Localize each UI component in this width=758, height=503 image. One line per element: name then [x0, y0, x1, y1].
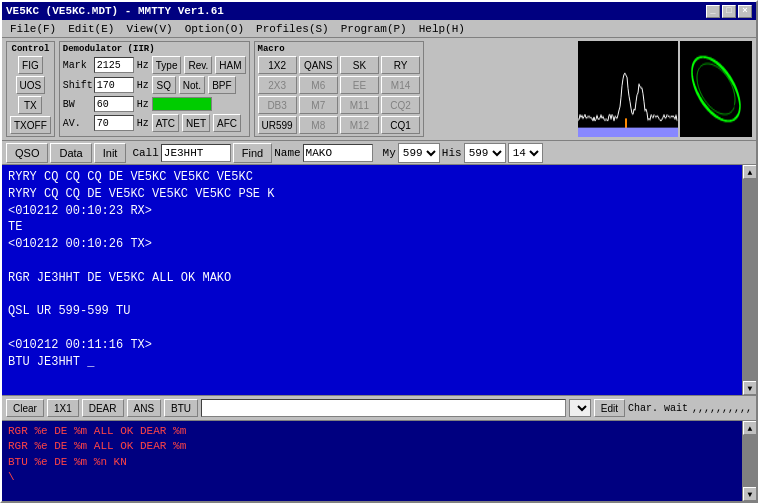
menu-help[interactable]: Help(H) — [413, 22, 471, 36]
scroll-down-button[interactable]: ▼ — [743, 381, 756, 395]
shift-unit: Hz — [137, 80, 149, 91]
maximize-button[interactable]: □ — [722, 5, 736, 18]
scroll-up-button[interactable]: ▲ — [743, 165, 756, 179]
menu-program[interactable]: Program(P) — [335, 22, 413, 36]
input-terminal-container: RGR %e DE %m ALL OK DEAR %m RGR %e DE %m… — [2, 421, 756, 501]
uos-button[interactable]: UOS — [16, 76, 46, 94]
edit-button[interactable]: Edit — [594, 399, 625, 417]
macro-section: Macro 1X2 QANS SK RY 2X3 M6 EE M14 DB3 M… — [254, 41, 425, 137]
terminal-line-4: <010212 00:10:26 TX> — [8, 236, 738, 253]
his-select[interactable]: 599 — [464, 143, 506, 163]
macro-cq1[interactable]: CQ1 — [381, 116, 420, 134]
btu-button[interactable]: BTU — [164, 399, 198, 417]
bw-label: BW — [63, 99, 91, 110]
demod-label: Demodulator (IIR) — [63, 44, 246, 54]
my-select[interactable]: 599 — [398, 143, 440, 163]
input-line-2: BTU %e DE %m %n KN — [8, 455, 738, 470]
input-line-1: RGR %e DE %m ALL OK DEAR %m — [8, 439, 738, 454]
macro-ee[interactable]: EE — [340, 76, 379, 94]
ans-button[interactable]: ANS — [127, 399, 162, 417]
macro-m6[interactable]: M6 — [299, 76, 338, 94]
macro-text-input[interactable] — [201, 399, 566, 417]
menu-file[interactable]: File(F) — [4, 22, 62, 36]
atc-button[interactable]: ATC — [152, 114, 179, 132]
menu-profiles[interactable]: Profiles(S) — [250, 22, 335, 36]
macro-qans[interactable]: QANS — [299, 56, 338, 74]
fig-button[interactable]: FIG — [18, 56, 43, 74]
status-area: Char. wait ,,,,,,,,,, — [628, 403, 752, 414]
menu-edit[interactable]: Edit(E) — [62, 22, 120, 36]
terminal-line-6: RGR JE3HHT DE VE5KC ALL OK MAKO — [8, 270, 738, 287]
demodulator-section: Demodulator (IIR) Mark Hz Type Rev. HAM … — [59, 41, 250, 137]
terminal-line-3: TE — [8, 219, 738, 236]
char-wait-label: Char. wait — [628, 403, 688, 414]
macro-m14[interactable]: M14 — [381, 76, 420, 94]
macro-m8[interactable]: M8 — [299, 116, 338, 134]
av-input[interactable] — [94, 115, 134, 131]
macro-m12[interactable]: M12 — [340, 116, 379, 134]
input-scroll-down[interactable]: ▼ — [743, 487, 756, 501]
input-line-3: \ — [8, 470, 738, 485]
call-label: Call — [132, 147, 158, 159]
window-title: VE5KC (VE5KC.MDT) - MMTTY Ver1.61 — [6, 5, 224, 17]
sq-button[interactable]: SQ — [152, 76, 176, 94]
input-line-0: RGR %e DE %m ALL OK DEAR %m — [8, 424, 738, 439]
macro-label: Macro — [258, 44, 421, 54]
macro-m11[interactable]: M11 — [340, 96, 379, 114]
bw-unit: Hz — [137, 99, 149, 110]
terminal-scrollbar: ▲ ▼ — [742, 165, 756, 395]
minimize-button[interactable]: _ — [706, 5, 720, 18]
macro-sk[interactable]: SK — [340, 56, 379, 74]
menu-option[interactable]: Option(O) — [179, 22, 250, 36]
not-button[interactable]: Not. — [179, 76, 205, 94]
waterfall-display — [578, 41, 678, 137]
ham-button[interactable]: HAM — [215, 56, 245, 74]
macro-ur599[interactable]: UR599 — [258, 116, 297, 134]
clear-button[interactable]: Clear — [6, 399, 44, 417]
macro-m7[interactable]: M7 — [299, 96, 338, 114]
name-input[interactable] — [303, 144, 373, 162]
mark-input[interactable] — [94, 57, 134, 73]
data-tab[interactable]: Data — [50, 143, 91, 163]
menu-view[interactable]: View(V) — [120, 22, 178, 36]
his-label: His — [442, 147, 462, 159]
nav-bar: QSO Data Init Call Find Name My 599 His … — [2, 141, 756, 165]
macro-select[interactable] — [569, 399, 591, 417]
mark-unit: Hz — [137, 60, 149, 71]
terminal-line-8: QSL UR 599-599 TU — [8, 303, 738, 320]
dear-button[interactable]: DEAR — [82, 399, 124, 417]
find-button[interactable]: Find — [233, 143, 272, 163]
txoff-button[interactable]: TXOFF — [10, 116, 51, 134]
rev-button[interactable]: Rev. — [184, 56, 212, 74]
bpf-button[interactable]: BPF — [208, 76, 235, 94]
call-input[interactable] — [161, 144, 231, 162]
control-label: Control — [11, 44, 49, 54]
scroll-track[interactable] — [743, 179, 756, 381]
bw-input[interactable] — [94, 96, 134, 112]
close-button[interactable]: × — [738, 5, 752, 18]
terminal-line-2: <010212 00:10:23 RX> — [8, 203, 738, 220]
afc-button[interactable]: AFC — [213, 114, 241, 132]
macro-ry[interactable]: RY — [381, 56, 420, 74]
init-tab[interactable]: Init — [94, 143, 127, 163]
input-scroll-up[interactable]: ▲ — [743, 421, 756, 435]
macro-db3[interactable]: DB3 — [258, 96, 297, 114]
input-terminal[interactable]: RGR %e DE %m ALL OK DEAR %m RGR %e DE %m… — [2, 421, 756, 501]
macro-2x3[interactable]: 2X3 — [258, 76, 297, 94]
name-label: Name — [274, 147, 300, 159]
shift-label: Shift — [63, 80, 91, 91]
terminal-line-1: RYRY CQ CQ DE VE5KC VE5KC VE5KC PSE K — [8, 186, 738, 203]
input-scroll-track[interactable] — [743, 435, 756, 487]
nr-select[interactable]: 14 — [508, 143, 543, 163]
1x1-button[interactable]: 1X1 — [47, 399, 79, 417]
char-wait-value: ,,,,,,,,,, — [692, 403, 752, 414]
macro-1x2[interactable]: 1X2 — [258, 56, 297, 74]
shift-input[interactable] — [94, 77, 134, 93]
macro-cq2[interactable]: CQ2 — [381, 96, 420, 114]
main-terminal[interactable]: RYRY CQ CQ CQ DE VE5KC VE5KC VE5KC RYRY … — [2, 165, 756, 375]
net-button[interactable]: NET — [182, 114, 210, 132]
type-button[interactable]: Type — [152, 56, 182, 74]
tx-button[interactable]: TX — [18, 96, 42, 114]
terminal-line-11: BTU JE3HHT _ — [8, 354, 738, 371]
qso-tab[interactable]: QSO — [6, 143, 48, 163]
